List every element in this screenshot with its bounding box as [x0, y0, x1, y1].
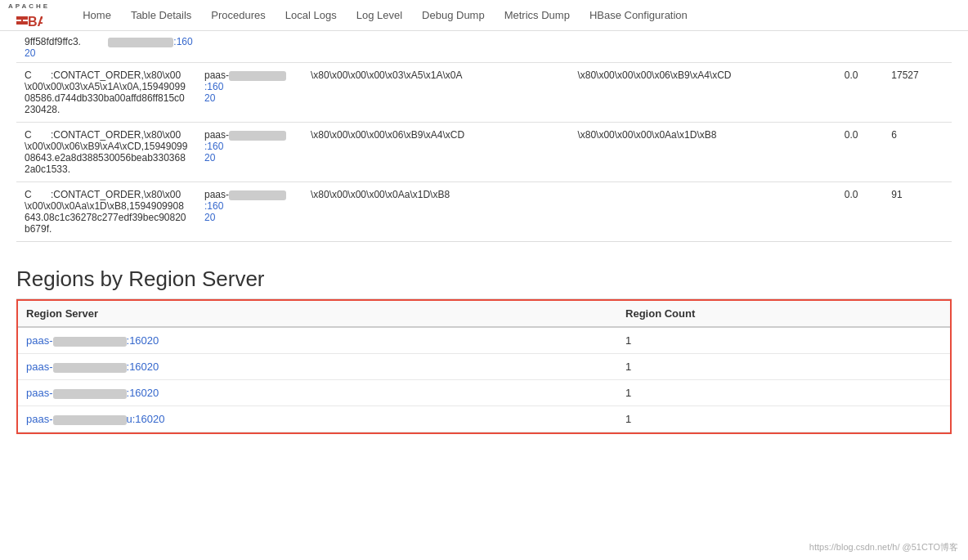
row3-server-blurred [229, 190, 286, 200]
row1-col1: C :CONTACT_ORDER,\x80\x00\x00\x00\x03\xA… [16, 63, 196, 123]
nav-item-table-details[interactable]: Table Details [121, 0, 201, 31]
row1-col6: 17527 [883, 63, 952, 123]
svg-text:BASE: BASE [28, 15, 43, 28]
nav-item-metrics-dump[interactable]: Metrics Dump [495, 0, 580, 31]
region-server-4: paas-u:16020 [18, 406, 617, 432]
nav-item-home[interactable]: Home [73, 0, 121, 31]
row2-col4: \x80\x00\x00\x00\x0Aa\x1D\xB8 [569, 123, 836, 182]
svg-rect-2 [21, 16, 23, 25]
top-port-link[interactable]: :160 [173, 36, 192, 47]
row3-col2: paas-:160 20 [196, 182, 302, 242]
row3-server-prefix: paas- [204, 189, 229, 200]
region-count-4: 1 [617, 406, 950, 432]
row3-col3: \x80\x00\x00\x00\x0Aa\x1D\xB8 [302, 182, 569, 242]
table-row: C :CONTACT_ORDER,\x80\x00\x00\x00\x06\xB… [16, 123, 952, 182]
row1-col2: paas-:160 20 [196, 63, 302, 123]
list-item: paas-u:16020 1 [18, 406, 950, 432]
region-count-1: 1 [617, 327, 950, 354]
nav-home-link[interactable]: Home [73, 0, 121, 31]
navbar: APACHE BASE Home Table Details Procedure… [0, 0, 968, 31]
region-count-2: 1 [617, 354, 950, 380]
regions-detail-table: C :CONTACT_ORDER,\x80\x00\x00\x00\x03\xA… [16, 63, 952, 242]
list-item: paas-:16020 1 [18, 327, 950, 354]
row2-port-link[interactable]: :160 [204, 141, 223, 152]
nav-links: Home Table Details Procedures Local Logs… [73, 0, 697, 31]
top-blurred-server [108, 38, 173, 47]
row2-port2-link[interactable]: 20 [204, 152, 215, 164]
col-region-server: Region Server [18, 301, 617, 327]
row3-port2-link[interactable]: 20 [204, 212, 215, 223]
row1-col5: 0.0 [836, 63, 884, 123]
row1-port2-link[interactable]: 20 [204, 92, 215, 104]
row2-col2: paas-:160 20 [196, 123, 302, 182]
region-server-1-blurred [53, 337, 127, 347]
row2-server-prefix: paas- [204, 129, 229, 141]
region-server-2-blurred [53, 363, 127, 373]
regions-table-header-row: Region Server Region Count [18, 301, 950, 327]
nav-local-logs-link[interactable]: Local Logs [276, 0, 347, 31]
table-row: C :CONTACT_ORDER,\x80\x00\x00\x00\x03\xA… [16, 63, 952, 123]
logo: APACHE BASE [8, 2, 56, 28]
logo-apache-text: APACHE [8, 2, 50, 10]
row2-col6: 6 [883, 123, 952, 182]
main-content: 9ff58fdf9ffc3. :160 20 C :CONTACT_ORDER,… [0, 31, 968, 450]
nav-hbase-config-link[interactable]: HBase Configuration [580, 0, 697, 31]
nav-metrics-dump-link[interactable]: Metrics Dump [495, 0, 580, 31]
nav-item-log-level[interactable]: Log Level [347, 0, 412, 31]
table-row: C :CONTACT_ORDER,\x80\x00\x00\x00\x0Aa\x… [16, 182, 952, 242]
row3-port-link[interactable]: :160 [204, 200, 223, 212]
row1-col3: \x80\x00\x00\x00\x03\xA5\x1A\x0A [302, 63, 569, 123]
list-item: paas-:16020 1 [18, 354, 950, 380]
nav-log-level-link[interactable]: Log Level [347, 0, 412, 31]
row3-col4 [569, 182, 836, 242]
nav-item-hbase-config[interactable]: HBase Configuration [580, 0, 697, 31]
row1-server-prefix: paas- [204, 69, 229, 81]
list-item: paas-:16020 1 [18, 380, 950, 406]
region-server-1: paas-:16020 [18, 327, 617, 354]
regions-section-title: Regions by Region Server [16, 258, 952, 299]
region-server-3-blurred [53, 389, 127, 399]
nav-debug-dump-link[interactable]: Debug Dump [412, 0, 495, 31]
row1-col1-text: C :CONTACT_ORDER,\x80\x00\x00\x00\x03\xA… [25, 69, 186, 115]
region-server-2: paas-:16020 [18, 354, 617, 380]
row2-col1-text: C :CONTACT_ORDER,\x80\x00\x00\x00\x06\xB… [25, 129, 187, 175]
region-server-1-link[interactable]: paas-:16020 [26, 334, 159, 347]
region-server-2-link[interactable]: paas-:16020 [26, 361, 159, 373]
region-server-4-link[interactable]: paas-u:16020 [26, 413, 165, 425]
top-port2-link[interactable]: 20 [25, 47, 35, 59]
row2-col5: 0.0 [836, 123, 884, 182]
region-server-3-link[interactable]: paas-:16020 [26, 387, 159, 399]
row1-port-link[interactable]: :160 [204, 81, 223, 92]
hbase-logo-icon: BASE [16, 10, 43, 28]
row2-col3: \x80\x00\x00\x00\x06\xB9\xA4\xCD [302, 123, 569, 182]
row3-col1: C :CONTACT_ORDER,\x80\x00\x00\x00\x0Aa\x… [16, 182, 196, 242]
region-count-3: 1 [617, 380, 950, 406]
row1-col4: \x80\x00\x00\x00\x06\xB9\xA4\xCD [569, 63, 836, 123]
row3-col1-text: C :CONTACT_ORDER,\x80\x00\x00\x00\x0Aa\x… [25, 189, 186, 235]
top-partial-row: 9ff58fdf9ffc3. :160 20 [16, 31, 952, 63]
regions-table-container: Region Server Region Count paas-:16020 1… [16, 299, 952, 434]
nav-item-debug-dump[interactable]: Debug Dump [412, 0, 495, 31]
row2-col1: C :CONTACT_ORDER,\x80\x00\x00\x00\x06\xB… [16, 123, 196, 182]
region-server-4-blurred [53, 415, 127, 425]
regions-table: Region Server Region Count paas-:16020 1… [18, 301, 950, 432]
nav-table-details-link[interactable]: Table Details [121, 0, 201, 31]
row3-col5: 0.0 [836, 182, 884, 242]
row2-server-blurred [229, 131, 286, 141]
top-partial-text: 9ff58fdf9ffc3. [25, 36, 81, 47]
nav-procedures-link[interactable]: Procedures [201, 0, 275, 31]
row3-col6: 91 [883, 182, 952, 242]
nav-item-procedures[interactable]: Procedures [201, 0, 275, 31]
row1-server-blurred [229, 71, 286, 81]
region-server-3: paas-:16020 [18, 380, 617, 406]
col-region-count: Region Count [617, 301, 950, 327]
nav-item-local-logs[interactable]: Local Logs [276, 0, 347, 31]
